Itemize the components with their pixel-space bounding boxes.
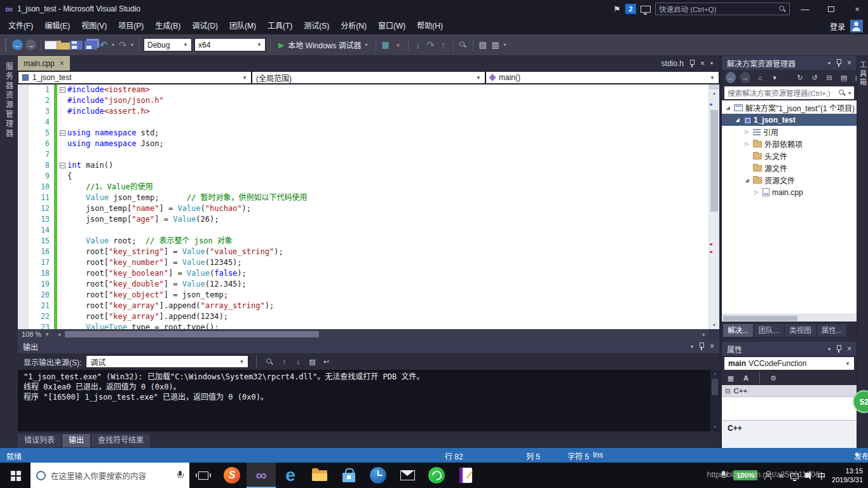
- pin-icon[interactable]: [836, 345, 841, 353]
- alphabetical-icon[interactable]: A: [741, 372, 751, 384]
- tab-main-cpp[interactable]: main.cpp ×: [18, 56, 70, 71]
- fold-margin[interactable]: −: [57, 128, 67, 139]
- home-icon[interactable]: ⌂: [755, 72, 765, 83]
- tree-item[interactable]: 头文件: [722, 150, 857, 162]
- scroll-up-icon[interactable]: ▴: [710, 370, 719, 378]
- voice-input-icon[interactable]: [720, 471, 727, 480]
- pin-icon[interactable]: [836, 59, 841, 67]
- sogou-icon[interactable]: S: [217, 463, 247, 488]
- scope-dropdown[interactable]: (全局范围) ▼: [252, 71, 485, 84]
- menu-item-编辑(E)[interactable]: 编辑(E): [39, 18, 76, 34]
- taskbar-clock[interactable]: 13:15 2019/3/31: [832, 466, 863, 484]
- user-avatar-icon[interactable]: [850, 20, 863, 32]
- scroll-up-icon[interactable]: ▴: [709, 89, 719, 97]
- menu-item-项目(P)[interactable]: 项目(P): [112, 18, 149, 34]
- fold-margin[interactable]: −: [57, 85, 67, 95]
- menu-item-窗口(W)[interactable]: 窗口(W): [372, 18, 411, 34]
- tab-输出[interactable]: 输出: [62, 434, 90, 447]
- attach-process-icon[interactable]: ▤: [477, 38, 489, 52]
- goto-previous-message-icon[interactable]: ↑: [279, 356, 289, 367]
- notes-icon[interactable]: [451, 463, 480, 488]
- undo-caret-icon[interactable]: ▾: [110, 38, 116, 52]
- collapse-all-icon[interactable]: ⊟: [824, 72, 834, 83]
- minimize-button[interactable]: —: [794, 0, 816, 18]
- forward-icon[interactable]: →: [740, 72, 750, 83]
- categorized-icon[interactable]: ▦: [726, 372, 736, 384]
- window-position-icon[interactable]: ▾: [828, 346, 831, 352]
- menu-item-工具(T)[interactable]: 工具(T): [262, 18, 298, 34]
- menu-item-分析(N)[interactable]: 分析(N): [335, 18, 372, 34]
- refresh-icon[interactable]: ↺: [810, 72, 820, 83]
- preview-close-icon[interactable]: ×: [700, 59, 705, 68]
- open-file-icon[interactable]: [57, 43, 70, 50]
- preview-tab-stdio-h[interactable]: stdio.h: [661, 59, 684, 68]
- tree-item[interactable]: ▷引用: [722, 126, 857, 138]
- keep-open-pin-icon[interactable]: [689, 60, 695, 67]
- output-log[interactable]: "1_json_test.exe" (Win32): 已加载"C:\Window…: [18, 370, 719, 431]
- solution-explorer-hscrollbar[interactable]: [722, 314, 857, 322]
- menu-item-生成(B)[interactable]: 生成(B): [149, 18, 186, 34]
- tab-错误列表[interactable]: 错误列表: [18, 434, 61, 447]
- properties-header[interactable]: 属性 ▾ ×: [722, 342, 857, 356]
- tab-查找符号结果[interactable]: 查找符号结果: [92, 434, 150, 447]
- tab-团队...[interactable]: 团队...: [754, 324, 784, 337]
- redo-caret-icon[interactable]: ▾: [129, 38, 135, 52]
- scroll-right-icon[interactable]: ▸: [700, 331, 709, 337]
- solution-explorer-header[interactable]: 解决方案资源管理器 ▾ ×: [722, 56, 857, 70]
- solution-search-input[interactable]: 搜索解决方案资源管理器(Ctrl+;) ▾: [724, 86, 854, 99]
- close-button[interactable]: ×: [846, 0, 868, 18]
- clear-all-icon[interactable]: ▨: [307, 356, 317, 367]
- server-explorer-tab[interactable]: 服务器资源管理器: [4, 56, 15, 139]
- visual-studio-icon[interactable]: ∞: [247, 463, 276, 488]
- new-file-icon[interactable]: [44, 41, 57, 50]
- find-icon[interactable]: [457, 38, 470, 52]
- tree-item[interactable]: 源文件: [722, 162, 857, 174]
- sign-in-link[interactable]: 登录: [825, 21, 850, 32]
- tab-类视图[interactable]: 类视图: [785, 324, 816, 337]
- ime-indicator[interactable]: 中: [818, 470, 826, 482]
- microphone-icon[interactable]: [177, 471, 184, 480]
- tab-解决...[interactable]: 解决...: [723, 324, 753, 337]
- split-handle-icon[interactable]: [709, 85, 719, 89]
- store-icon[interactable]: [334, 463, 363, 488]
- expander-icon[interactable]: ◢: [743, 177, 750, 183]
- category-row-cpp[interactable]: ⊟ C++: [722, 385, 857, 397]
- mail-icon[interactable]: [393, 463, 422, 488]
- configuration-dropdown[interactable]: Debug ▼: [144, 38, 192, 51]
- expander-icon[interactable]: ◢: [734, 117, 741, 123]
- feedback-flag-icon[interactable]: ⚑: [613, 4, 621, 14]
- pin-icon[interactable]: [699, 342, 704, 350]
- scrollbar-thumb[interactable]: [710, 110, 718, 212]
- platform-dropdown[interactable]: x64 ▼: [194, 38, 266, 51]
- menu-item-团队(M)[interactable]: 团队(M): [224, 18, 262, 34]
- menu-item-帮助(H)[interactable]: 帮助(H): [411, 18, 449, 34]
- window-position-icon[interactable]: ▾: [691, 344, 693, 349]
- menu-item-文件(F)[interactable]: 文件(F): [3, 18, 39, 34]
- close-icon[interactable]: ×: [847, 344, 851, 353]
- toolbox-tab[interactable]: 工具箱: [858, 56, 868, 87]
- output-panel-header[interactable]: 输出 ▾ ×: [18, 339, 719, 353]
- scrollbar-thumb[interactable]: [723, 316, 797, 321]
- tree-item[interactable]: ◢解决方案"1_json_test"(1 个项目): [722, 102, 857, 114]
- find-message-icon[interactable]: [264, 356, 275, 367]
- speaker-icon[interactable]: [805, 473, 808, 478]
- redo-icon[interactable]: ↷: [116, 38, 129, 52]
- breakpoint-margin[interactable]: [18, 85, 29, 329]
- close-icon[interactable]: ×: [710, 342, 714, 351]
- collapse-icon[interactable]: ⊟: [725, 388, 730, 395]
- output-source-dropdown[interactable]: 调试 ▼: [86, 355, 248, 368]
- word-wrap-icon[interactable]: ↩: [321, 356, 331, 367]
- tab-close-icon[interactable]: ×: [60, 59, 64, 68]
- scrollbar-thumb[interactable]: [712, 379, 718, 395]
- expander-icon[interactable]: ▷: [743, 129, 750, 135]
- breakpoints-icon[interactable]: ●: [392, 38, 405, 52]
- options-icon[interactable]: ▥: [489, 38, 502, 52]
- save-all-icon[interactable]: [85, 41, 97, 50]
- close-icon[interactable]: ×: [847, 58, 851, 67]
- network-icon[interactable]: [790, 473, 799, 479]
- profiler-icon[interactable]: ▦: [379, 38, 392, 52]
- window-list-icon[interactable]: ▾: [710, 60, 713, 66]
- scroll-down-icon[interactable]: ▾: [709, 321, 719, 329]
- vertical-scrollbar[interactable]: ▴ ▾: [709, 85, 719, 329]
- scroll-left-icon[interactable]: ◂: [55, 331, 64, 337]
